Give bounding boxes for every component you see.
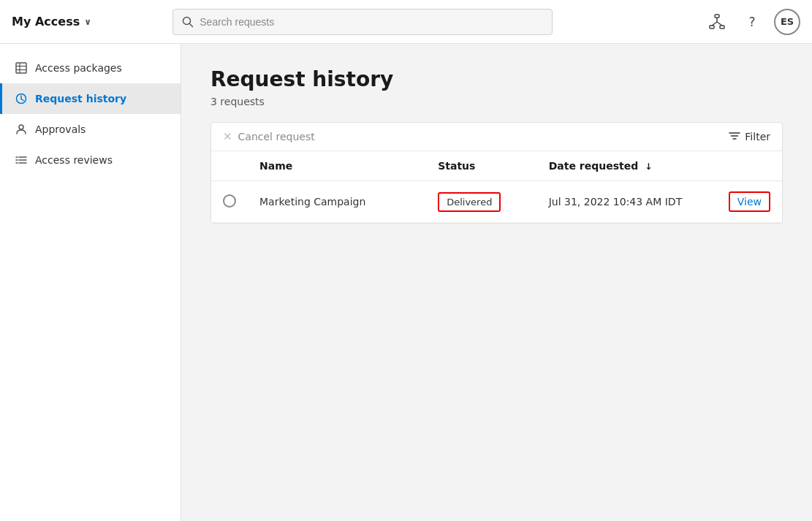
- sidebar-item-request-history[interactable]: Request history: [0, 83, 181, 114]
- svg-rect-8: [16, 63, 26, 73]
- svg-line-6: [712, 22, 717, 26]
- svg-rect-4: [720, 26, 724, 28]
- row-select-cell: [211, 181, 248, 223]
- avatar[interactable]: ES: [774, 9, 800, 35]
- header-actions: ? ES: [704, 9, 800, 35]
- status-badge: Delivered: [438, 192, 501, 212]
- header: My Access ∨ ? ES: [0, 0, 812, 44]
- sidebar-label-request-history: Request history: [35, 93, 126, 104]
- svg-line-14: [21, 99, 23, 101]
- col-header-select: [211, 151, 248, 181]
- page-subtitle: 3 requests: [210, 96, 783, 107]
- row-date-cell: Jul 31, 2022 10:43 AM IDT: [537, 181, 717, 223]
- list-icon: [15, 153, 28, 167]
- svg-line-1: [190, 23, 193, 26]
- table-card: ✕ Cancel request Filter Name Status: [210, 122, 783, 224]
- brand-dropdown[interactable]: My Access ∨: [12, 15, 91, 28]
- col-header-date: Date requested ↓: [537, 151, 717, 181]
- row-name-cell: Marketing Campaign: [248, 181, 426, 223]
- svg-point-15: [19, 125, 23, 129]
- svg-rect-2: [715, 15, 719, 18]
- main-content: Request history 3 requests ✕ Cancel requ…: [181, 44, 812, 521]
- sidebar-label-access-packages: Access packages: [35, 62, 122, 74]
- table-toolbar: ✕ Cancel request Filter: [211, 123, 782, 151]
- help-icon: ?: [748, 15, 755, 29]
- col-header-action: [717, 151, 782, 181]
- clock-icon: [15, 92, 28, 105]
- sidebar: Access packages Request history Approval…: [0, 44, 181, 521]
- person-icon: [15, 123, 28, 136]
- help-button[interactable]: ?: [739, 9, 765, 35]
- filter-button[interactable]: Filter: [729, 131, 770, 142]
- col-header-status: Status: [426, 151, 537, 181]
- sidebar-label-approvals: Approvals: [35, 123, 86, 135]
- row-action-cell: View: [717, 181, 782, 223]
- filter-label: Filter: [745, 131, 770, 142]
- sidebar-item-approvals[interactable]: Approvals: [0, 114, 181, 145]
- table-icon: [15, 61, 28, 75]
- brand-label: My Access: [12, 15, 80, 28]
- data-table: Name Status Date requested ↓: [211, 151, 782, 223]
- network-icon: [709, 14, 725, 30]
- toolbar-left: ✕ Cancel request: [223, 130, 315, 143]
- page-title: Request history: [210, 67, 783, 91]
- network-icon-button[interactable]: [704, 9, 730, 35]
- sidebar-label-access-reviews: Access reviews: [35, 154, 113, 166]
- main-layout: Access packages Request history Approval…: [0, 44, 812, 521]
- row-radio-button[interactable]: [223, 194, 236, 208]
- table-row: Marketing Campaign Delivered Jul 31, 202…: [211, 181, 782, 223]
- svg-line-7: [717, 22, 722, 26]
- cancel-x-icon: ✕: [223, 130, 232, 143]
- cancel-request-button[interactable]: Cancel request: [238, 131, 315, 142]
- row-status-cell: Delivered: [426, 181, 537, 223]
- sort-arrow-icon: ↓: [645, 161, 652, 172]
- brand-chevron-icon: ∨: [84, 17, 91, 27]
- search-icon: [182, 16, 194, 28]
- table-header-row: Name Status Date requested ↓: [211, 151, 782, 181]
- view-link[interactable]: View: [729, 191, 770, 212]
- sidebar-item-access-reviews[interactable]: Access reviews: [0, 145, 181, 175]
- search-input[interactable]: [200, 16, 543, 28]
- avatar-initials: ES: [781, 16, 794, 27]
- svg-rect-3: [710, 26, 714, 28]
- sidebar-item-access-packages[interactable]: Access packages: [0, 53, 181, 83]
- filter-icon: [729, 131, 740, 142]
- col-header-name: Name: [248, 151, 426, 181]
- search-bar: [172, 9, 553, 35]
